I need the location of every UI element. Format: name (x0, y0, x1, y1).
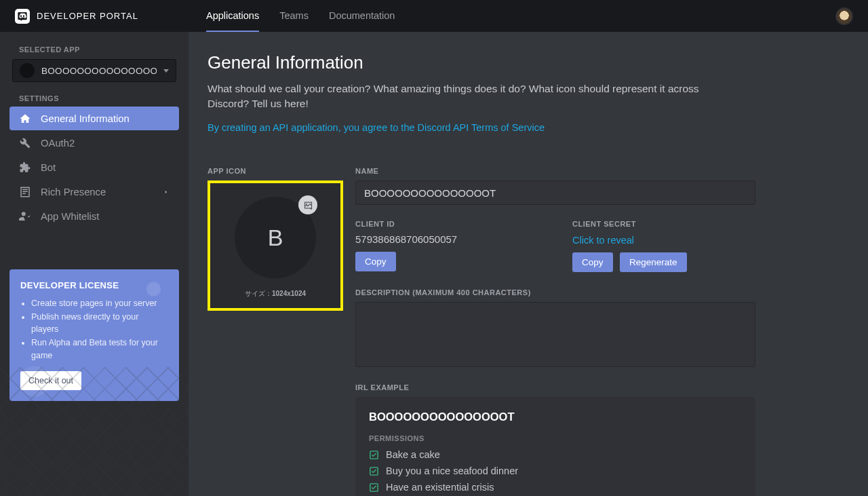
client-id-label: CLIENT ID (355, 220, 545, 228)
copy-client-id-button[interactable]: Copy (355, 252, 396, 271)
sidebar-item-label: Rich Presence (41, 187, 106, 197)
app-icon-upload[interactable]: B サイズ：1024x1024 (208, 180, 343, 311)
app-icon-label: APP ICON (208, 167, 343, 175)
irl-title: BOOOOOOOOOOOOOOOT (369, 411, 742, 423)
copy-secret-button[interactable]: Copy (572, 252, 613, 272)
selected-app-label: SELECTED APP (19, 45, 179, 54)
irl-example-label: IRL EXAMPLE (355, 383, 837, 392)
sidebar-item-general-information[interactable]: General Information (9, 107, 179, 130)
sidebar-item-oauth2[interactable]: OAuth2 (9, 131, 179, 155)
license-bullet: Publish news directly to your players (31, 311, 168, 335)
app-icon-preview: B (235, 197, 316, 278)
sidebar-item-rich-presence[interactable]: Rich Presence (9, 180, 179, 204)
user-avatar[interactable] (835, 7, 853, 25)
user-check-icon (19, 210, 31, 223)
discord-logo-icon (15, 9, 30, 24)
app-selector[interactable]: BOOOOOOOOOOOOOOOT (12, 59, 176, 82)
sidebar-nav: General Information OAuth2 Bot Rich Pres… (9, 107, 179, 228)
puzzle-icon (19, 161, 31, 174)
sidebar: SELECTED APP BOOOOOOOOOOOOOOOT SETTINGS … (0, 32, 189, 496)
sidebar-item-bot[interactable]: Bot (9, 155, 179, 179)
logo[interactable]: DEVELOPER PORTAL (15, 9, 191, 24)
nav-teams[interactable]: Teams (279, 0, 309, 32)
client-id-value: 579386868706050057 (355, 233, 545, 245)
wrench-icon (19, 137, 31, 149)
check-icon (369, 466, 379, 476)
name-input[interactable] (355, 180, 755, 205)
irl-example-card: BOOOOOOOOOOOOOOOT PERMISSIONS Bake a cak… (355, 397, 755, 496)
document-icon (19, 186, 31, 198)
nav-documentation[interactable]: Documentation (329, 0, 395, 32)
app-icon-letter: B (268, 225, 283, 251)
portal-title: DEVELOPER PORTAL (37, 11, 138, 21)
top-nav: Applications Teams Documentation (206, 0, 395, 32)
nav-applications[interactable]: Applications (206, 0, 259, 32)
regenerate-secret-button[interactable]: Regenerate (620, 252, 687, 272)
page-subtitle: What should we call your creation? What … (208, 81, 723, 111)
license-bullets: Create store pages in your server Publis… (20, 297, 168, 362)
content: General Information What should we call … (189, 32, 868, 496)
license-bullet: Create store pages in your server (31, 297, 168, 309)
sidebar-item-app-whitelist[interactable]: App Whitelist (9, 204, 179, 228)
chevron-down-icon (163, 69, 169, 73)
check-icon (369, 482, 379, 493)
description-textarea[interactable] (355, 302, 755, 367)
sidebar-item-label: App Whitelist (41, 211, 99, 222)
settings-label: SETTINGS (19, 94, 179, 102)
license-title: DEVELOPER LICENSE (20, 280, 168, 290)
permissions-label: PERMISSIONS (369, 434, 742, 442)
developer-license-card: DEVELOPER LICENSE Create store pages in … (9, 269, 179, 401)
check-icon (369, 450, 379, 460)
permission-item: Buy you a nice seafood dinner (369, 465, 742, 476)
tos-link[interactable]: By creating an API application, you agre… (208, 122, 545, 133)
permission-item: Bake a cake (369, 449, 742, 460)
image-upload-icon (298, 195, 317, 214)
chevron-right-icon (163, 187, 170, 197)
permission-item: Have an existential crisis (369, 482, 742, 493)
sidebar-item-label: General Information (41, 113, 130, 124)
app-selector-icon (20, 63, 35, 78)
topbar: DEVELOPER PORTAL Applications Teams Docu… (0, 0, 868, 32)
home-icon (19, 113, 31, 125)
check-it-out-button[interactable]: Check it out (20, 371, 81, 390)
reveal-secret-link[interactable]: Click to reveal (572, 235, 634, 246)
description-label: DESCRIPTION (MAXIMUM 400 CHARACTERS) (355, 288, 837, 297)
sidebar-item-label: OAuth2 (41, 138, 75, 149)
license-bullet: Run Alpha and Beta tests for your game (31, 337, 168, 361)
client-secret-label: CLIENT SECRET (572, 220, 691, 228)
app-selector-value: BOOOOOOOOOOOOOOOT (41, 66, 157, 76)
name-label: NAME (355, 167, 837, 175)
sidebar-item-label: Bot (41, 162, 56, 173)
page-title: General Information (208, 52, 837, 73)
svg-point-0 (306, 204, 307, 205)
app-icon-size: サイズ：1024x1024 (245, 289, 306, 299)
